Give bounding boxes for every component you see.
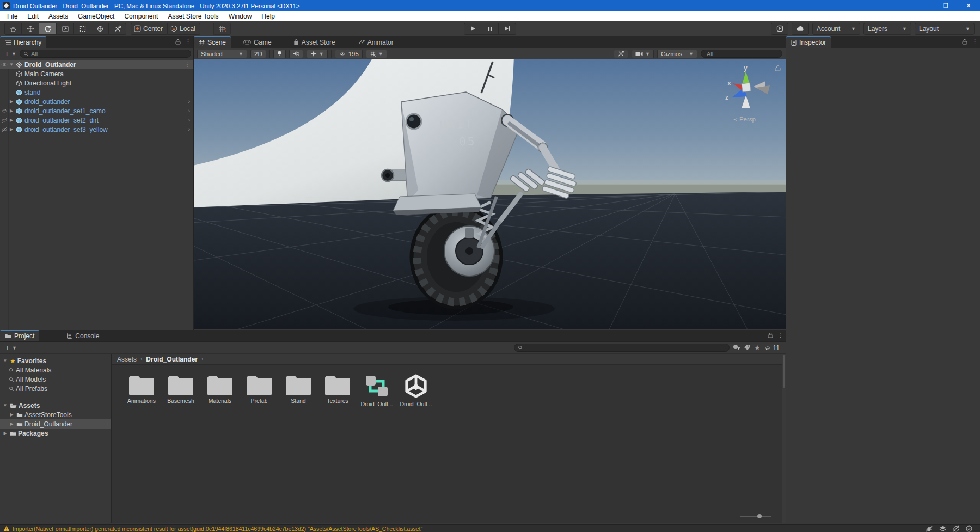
prefab-open-chevron-icon[interactable]: › [188, 117, 190, 123]
hierarchy-item-set3-yellow[interactable]: ▶ droid_outlander_set3_yellow › [0, 125, 193, 134]
hierarchy-search-input[interactable] [31, 51, 187, 57]
hierarchy-item-scene-root[interactable]: ▼ Droid_Outlander ⋮ [0, 60, 193, 69]
tree-item-assets[interactable]: ▼ Assets [0, 401, 111, 410]
maximize-button[interactable]: ❐ [934, 0, 957, 11]
expander-icon[interactable]: ▶ [8, 99, 15, 104]
2d-toggle-button[interactable]: 2D [250, 50, 266, 58]
create-asset-button[interactable]: ＋▼ [3, 343, 18, 353]
hierarchy-item-stand[interactable]: stand [0, 88, 193, 97]
tab-hierarchy[interactable]: Hierarchy [0, 36, 46, 48]
menu-window[interactable]: Window [224, 11, 257, 21]
pause-button[interactable] [481, 23, 499, 35]
tree-item-all-models[interactable]: All Models [0, 375, 111, 384]
kebab-menu-icon[interactable]: ⋮ [185, 62, 190, 68]
asset-folder-animations[interactable]: Animations [125, 372, 158, 407]
tree-item-all-materials[interactable]: All Materials [0, 365, 111, 375]
gizmo-lock-icon[interactable] [775, 65, 781, 71]
breadcrumb-root[interactable]: Assets [117, 356, 137, 363]
menu-assets[interactable]: Assets [44, 11, 73, 21]
asset-folder-textures[interactable]: Textures [321, 372, 354, 407]
expander-icon[interactable]: ▼ [2, 358, 8, 363]
thumbnail-size-slider[interactable] [740, 513, 771, 519]
tab-scene[interactable]: Scene [194, 36, 231, 48]
favorites-star-icon[interactable]: ★ [754, 344, 761, 352]
step-button[interactable] [499, 23, 516, 35]
menu-help[interactable]: Help [256, 11, 280, 21]
expander-icon[interactable]: ▼ [8, 62, 15, 67]
expander-icon[interactable]: ▼ [2, 403, 8, 408]
expander-icon[interactable]: ▶ [9, 412, 15, 417]
progress-check-icon[interactable] [966, 525, 972, 532]
refresh-disabled-icon[interactable] [953, 525, 959, 532]
gizmos-dropdown[interactable]: Gizmos ▼ [657, 50, 697, 58]
menu-component[interactable]: Component [119, 11, 163, 21]
kebab-menu-icon[interactable]: ⋮ [777, 332, 783, 339]
asset-folder-basemesh[interactable]: Basemesh [164, 372, 198, 407]
prefab-open-chevron-icon[interactable]: › [188, 99, 190, 105]
tree-item-packages[interactable]: ▶ Packages [0, 429, 111, 438]
tree-item-assetstoretools[interactable]: ▶ AssetStoreTools [0, 410, 111, 419]
hierarchy-item-set2-dirt[interactable]: ▶ droid_outlander_set2_dirt › [0, 115, 193, 125]
project-scrollbar[interactable] [782, 354, 786, 523]
hierarchy-item-droid-outlander[interactable]: ▶ droid_outlander › [0, 97, 193, 106]
menu-gameobject[interactable]: GameObject [73, 11, 119, 21]
expander-icon[interactable]: ▶ [8, 108, 15, 113]
expander-icon[interactable]: ▶ [8, 127, 15, 132]
project-search[interactable] [514, 344, 730, 352]
scene-grid-visibility[interactable]: ▼ [366, 50, 387, 58]
close-button[interactable]: ✕ [957, 0, 980, 11]
tree-item-droid-outlander[interactable]: ▶ Droid_Outlander [0, 419, 111, 429]
hierarchy-item-set1-camo[interactable]: ▶ droid_outlander_set1_camo › [0, 106, 193, 115]
hidden-eye-icon[interactable] [0, 127, 8, 132]
hidden-eye-icon[interactable] [0, 118, 8, 123]
hidden-eye-icon[interactable] [0, 108, 8, 114]
asset-prefab-droid-outlander[interactable]: Droid_Outl... [360, 372, 394, 407]
asset-folder-stand[interactable]: Stand [281, 372, 315, 407]
hierarchy-item-main-camera[interactable]: Main Camera [0, 69, 193, 78]
breadcrumb-current[interactable]: Droid_Outlander [146, 356, 198, 363]
expander-icon[interactable]: ▶ [2, 431, 8, 436]
tab-console[interactable]: Console [62, 330, 104, 341]
scene-audio-icon[interactable] [289, 50, 303, 58]
tab-game[interactable]: Game [238, 36, 277, 48]
menu-asset-store-tools[interactable]: Asset Store Tools [163, 11, 223, 21]
debugger-disabled-icon[interactable] [926, 525, 933, 532]
prefab-open-chevron-icon[interactable]: › [188, 126, 190, 132]
asset-folder-prefab[interactable]: Prefab [242, 372, 276, 407]
tree-item-favorites[interactable]: ▼ ★ Favorites [0, 356, 111, 365]
expander-icon[interactable]: ▶ [8, 118, 15, 123]
lock-icon[interactable] [175, 39, 181, 45]
scene-tools-icon[interactable] [614, 50, 628, 58]
menu-edit[interactable]: Edit [22, 11, 44, 21]
collab-layers-icon[interactable] [939, 525, 946, 532]
slider-knob[interactable] [757, 514, 762, 518]
search-by-type-icon[interactable] [733, 344, 740, 351]
scene-viewport[interactable]: UNIT 05 [194, 59, 786, 329]
scene-effects-icon[interactable]: ▼ [307, 50, 328, 58]
prefab-open-chevron-icon[interactable]: › [188, 108, 190, 114]
tab-project[interactable]: Project [0, 330, 39, 341]
status-message[interactable]: Importer(NativeFormatImporter) generated… [13, 525, 422, 532]
scene-camera-settings[interactable]: ▼ [632, 50, 654, 58]
visibility-eye-icon[interactable] [0, 62, 8, 67]
status-bar[interactable]: Importer(NativeFormatImporter) generated… [0, 524, 980, 532]
tab-asset-store[interactable]: Asset Store [289, 36, 340, 48]
search-by-label-icon[interactable] [744, 344, 751, 351]
tab-inspector[interactable]: Inspector [786, 36, 831, 48]
tab-animator[interactable]: Animator [353, 36, 399, 48]
scene-visibility-toggle[interactable]: 195 [335, 50, 363, 58]
create-object-button[interactable]: ＋▼ [2, 49, 17, 59]
hierarchy-item-directional-light[interactable]: Directional Light [0, 78, 193, 88]
kebab-menu-icon[interactable]: ⋮ [972, 38, 978, 45]
scene-search[interactable] [701, 50, 782, 58]
lock-icon[interactable] [768, 332, 773, 338]
menu-file[interactable]: File [2, 11, 22, 21]
scene-lighting-icon[interactable] [273, 50, 286, 58]
project-visibility-toggle[interactable]: 11 [764, 344, 783, 352]
shading-mode-dropdown[interactable]: Shaded ▼ [197, 50, 247, 58]
asset-folder-materials[interactable]: Materials [203, 372, 237, 407]
kebab-menu-icon[interactable]: ⋮ [185, 38, 191, 45]
project-search-input[interactable] [525, 345, 726, 351]
tree-item-all-prefabs[interactable]: All Prefabs [0, 384, 111, 393]
play-button[interactable] [464, 23, 481, 35]
